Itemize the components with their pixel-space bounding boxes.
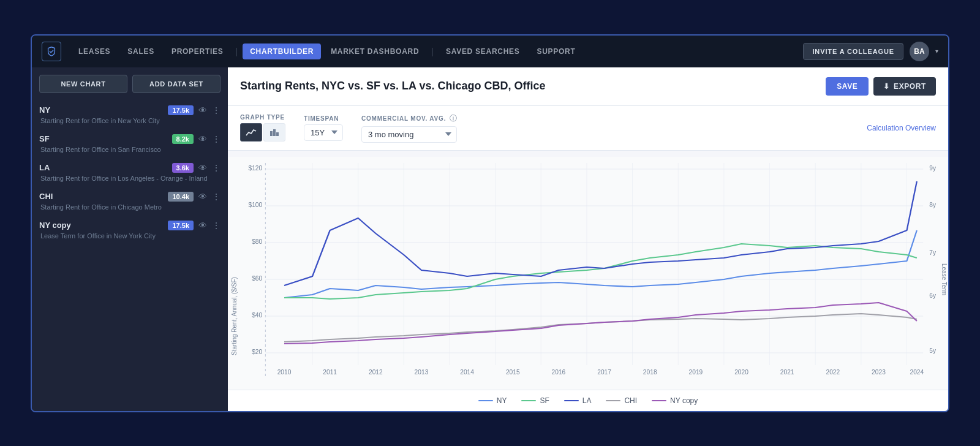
dataset-chi-eye-icon[interactable]: 👁: [198, 192, 207, 202]
dataset-la-eye-icon[interactable]: 👁: [198, 163, 207, 173]
dataset-la[interactable]: LA 3.6k 👁 ⋮ Starting Rent for Office in …: [32, 158, 228, 187]
nav-market-dashboard[interactable]: MARKET DASHBOARD: [323, 43, 426, 59]
nav-links: LEASES SALES PROPERTIES | CHARTBUILDER M…: [71, 43, 803, 59]
nav-support[interactable]: SUPPORT: [530, 43, 583, 59]
svg-text:2011: 2011: [323, 369, 337, 376]
svg-text:2013: 2013: [415, 369, 429, 376]
dataset-ny-copy-badge: 17.5k: [168, 221, 194, 230]
divider2: |: [431, 47, 434, 56]
add-dataset-button[interactable]: ADD DATA SET: [132, 75, 221, 93]
dataset-la-more-icon[interactable]: ⋮: [212, 163, 221, 173]
download-icon: ⬇: [883, 82, 890, 91]
dataset-ny-copy-desc: Lease Term for Office in New York City: [39, 232, 221, 240]
save-button[interactable]: SAVE: [826, 77, 869, 96]
avatar-caret-icon[interactable]: ▾: [935, 48, 938, 55]
svg-text:2019: 2019: [689, 369, 703, 376]
app-frame: LEASES SALES PROPERTIES | CHARTBUILDER M…: [31, 34, 949, 412]
sidebar-actions: NEW CHART ADD DATA SET: [32, 75, 228, 100]
dataset-chi-more-icon[interactable]: ⋮: [212, 192, 221, 202]
svg-text:2020: 2020: [734, 369, 748, 376]
divider1: |: [236, 47, 238, 56]
legend-ny-copy: NY copy: [652, 396, 698, 405]
export-label: EXPORT: [894, 82, 926, 91]
svg-text:2016: 2016: [552, 369, 566, 376]
dataset-ny-badge: 17.5k: [168, 105, 194, 115]
svg-rect-3: [228, 157, 948, 390]
dataset-chi-desc: Starting Rent for Office in Chicago Metr…: [39, 203, 221, 211]
dataset-chi-badge: 10.4k: [168, 192, 194, 202]
legend-chi: CHI: [606, 396, 637, 405]
svg-rect-0: [270, 131, 273, 136]
svg-text:Starting Rent, Annual, ($/SF): Starting Rent, Annual, ($/SF): [231, 277, 238, 355]
svg-text:2021: 2021: [780, 369, 794, 376]
legend-sf-label: SF: [540, 396, 549, 405]
dataset-ny-copy-eye-icon[interactable]: 👁: [198, 221, 207, 230]
graph-type-buttons: [240, 123, 285, 142]
svg-text:2017: 2017: [597, 369, 611, 376]
dataset-chi[interactable]: CHI 10.4k 👁 ⋮ Starting Rent for Office i…: [32, 187, 228, 216]
dataset-ny-copy[interactable]: NY copy 17.5k 👁 ⋮ Lease Term for Office …: [32, 216, 228, 244]
logo[interactable]: [42, 42, 61, 61]
svg-text:2015: 2015: [506, 369, 520, 376]
avatar[interactable]: BA: [910, 42, 929, 61]
legend-ny-copy-line: [652, 400, 666, 401]
dataset-sf-name: SF: [39, 134, 167, 143]
main-layout: NEW CHART ADD DATA SET NY 17.5k 👁 ⋮ Star…: [32, 67, 948, 411]
svg-rect-2: [276, 132, 279, 136]
legend-la-line: [564, 400, 579, 401]
svg-text:$60: $60: [252, 275, 262, 282]
new-chart-button[interactable]: NEW CHART: [39, 75, 127, 93]
info-icon[interactable]: ⓘ: [450, 113, 457, 124]
graph-type-control: GRAPH TYPE: [240, 114, 285, 142]
dataset-sf[interactable]: SF 8.2k 👁 ⋮ Starting Rent for Office in …: [32, 129, 228, 158]
mov-avg-select[interactable]: 3 mo moving 6 mo moving 12 mo moving: [361, 126, 457, 143]
legend-chi-label: CHI: [624, 396, 637, 405]
line-chart-button[interactable]: [240, 123, 262, 142]
svg-text:2014: 2014: [460, 369, 474, 376]
mov-avg-label-wrap: COMMERCIAL MOV. AVG. ⓘ: [361, 113, 457, 124]
dataset-ny-copy-more-icon[interactable]: ⋮: [212, 221, 221, 230]
nav-saved-searches[interactable]: SAVED SEARCHES: [439, 43, 527, 59]
legend-la: LA: [564, 396, 592, 405]
legend-sf-line: [521, 400, 536, 401]
svg-text:$40: $40: [252, 312, 262, 319]
calculation-overview-link[interactable]: Calculation Overview: [867, 124, 936, 132]
bar-chart-button[interactable]: [263, 123, 285, 142]
timespan-select[interactable]: 15Y 10Y 5Y: [304, 124, 343, 141]
legend-ny-line: [478, 400, 493, 401]
graph-type-label: GRAPH TYPE: [240, 114, 285, 121]
legend-ny: NY: [478, 396, 507, 405]
nav-sales[interactable]: SALES: [120, 43, 162, 59]
svg-text:2023: 2023: [872, 369, 886, 376]
dataset-sf-eye-icon[interactable]: 👁: [198, 134, 207, 144]
svg-text:9y: 9y: [929, 165, 937, 172]
invite-colleague-button[interactable]: INVITE A COLLEAGUE: [803, 43, 903, 60]
svg-text:6y: 6y: [929, 292, 937, 299]
legend-ny-label: NY: [497, 396, 507, 405]
nav-right: INVITE A COLLEAGUE BA ▾: [803, 42, 938, 61]
svg-text:2024: 2024: [910, 369, 924, 376]
dataset-la-header: LA 3.6k 👁 ⋮: [39, 163, 221, 173]
dataset-chi-name: CHI: [39, 192, 163, 201]
svg-text:7y: 7y: [929, 249, 937, 256]
svg-text:$80: $80: [252, 238, 262, 245]
nav-leases[interactable]: LEASES: [71, 43, 118, 59]
export-button[interactable]: ⬇ EXPORT: [873, 77, 936, 96]
chart-title: Starting Rents, NYC vs. SF vs. LA vs. Ch…: [240, 80, 826, 93]
dataset-ny-desc: Starting Rent for Office in New York Cit…: [39, 117, 221, 124]
nav-chartbuilder[interactable]: CHARTBUILDER: [243, 43, 321, 59]
svg-text:8y: 8y: [929, 202, 937, 208]
nav-properties[interactable]: PROPERTIES: [164, 43, 231, 59]
chart-controls: GRAPH TYPE TIMESPAN 15Y 10Y: [228, 106, 948, 151]
dataset-sf-badge: 8.2k: [172, 134, 194, 144]
dataset-sf-more-icon[interactable]: ⋮: [212, 134, 221, 144]
dataset-ny-name: NY: [39, 105, 163, 115]
navbar: LEASES SALES PROPERTIES | CHARTBUILDER M…: [32, 36, 948, 67]
dataset-ny-eye-icon[interactable]: 👁: [198, 105, 207, 115]
dataset-sf-desc: Starting Rent for Office in San Francisc…: [39, 146, 221, 153]
svg-text:Lease Term: Lease Term: [941, 263, 948, 295]
dataset-ny-more-icon[interactable]: ⋮: [212, 105, 221, 115]
dataset-ny[interactable]: NY 17.5k 👁 ⋮ Starting Rent for Office in…: [32, 100, 228, 129]
dataset-ny-copy-header: NY copy 17.5k 👁 ⋮: [39, 221, 221, 230]
svg-text:5y: 5y: [929, 347, 937, 354]
